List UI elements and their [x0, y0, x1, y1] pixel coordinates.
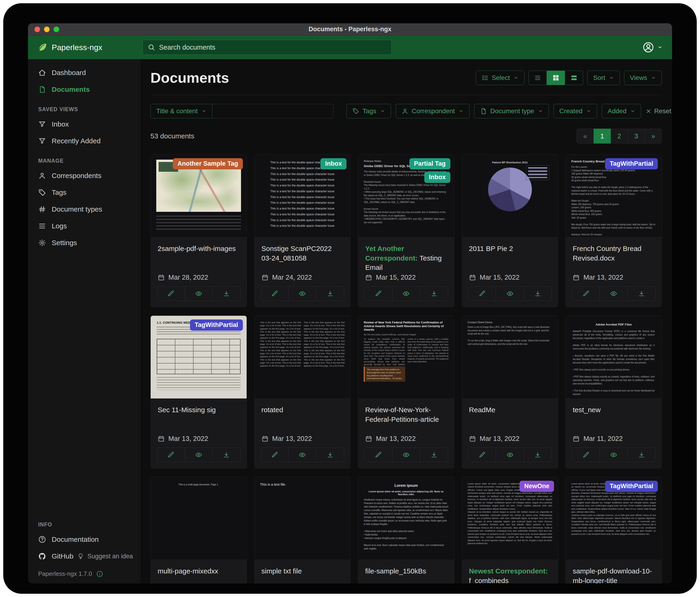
- document-thumbnail[interactable]: This is a multi page document. Page 1.: [151, 477, 247, 560]
- document-thumbnail[interactable]: TagWithPartial: [566, 477, 661, 560]
- document-title[interactable]: Yet Another Correspondent: Testing Email: [365, 244, 447, 272]
- view-button[interactable]: [496, 287, 524, 301]
- edit-button[interactable]: [157, 448, 185, 462]
- download-button[interactable]: [524, 448, 552, 462]
- download-button[interactable]: [316, 287, 344, 301]
- info-icon[interactable]: [96, 570, 103, 577]
- view-button[interactable]: [288, 287, 316, 301]
- document-title[interactable]: Newest Correspondent: f_combineds: [469, 567, 551, 583]
- download-button[interactable]: [627, 448, 655, 462]
- search-input[interactable]: [143, 40, 392, 55]
- view-button[interactable]: [496, 448, 524, 462]
- tag-chip[interactable]: Inbox: [424, 172, 450, 183]
- suggest-an-idea-link[interactable]: Suggest an idea: [75, 548, 135, 564]
- view-button[interactable]: [185, 287, 212, 301]
- sidebar-item-github[interactable]: GitHub: [28, 548, 75, 565]
- document-thumbnail[interactable]: Lorem ipsum Lorem ipsum Lorem ipsum dolo…: [358, 477, 454, 560]
- download-button[interactable]: [627, 287, 655, 301]
- app-brand[interactable]: Paperless-ngx: [37, 42, 143, 52]
- title-content-dropdown[interactable]: Title & content: [150, 104, 212, 118]
- correspondent-link[interactable]: Yet Another Correspondent:: [365, 245, 419, 262]
- tag-chip[interactable]: TagWithPartial: [605, 481, 658, 492]
- sidebar-item-inbox[interactable]: Inbox: [28, 116, 140, 133]
- edit-button[interactable]: [572, 287, 600, 301]
- sidebar-item-documents[interactable]: Documents: [28, 81, 140, 98]
- pagination-page[interactable]: 1: [594, 128, 611, 144]
- view-button[interactable]: [392, 287, 420, 301]
- document-thumbnail[interactable]: TagWithPartial 1.1. CONTINUING MEDICAL E…: [151, 316, 247, 399]
- document-thumbnail[interactable]: Inbox: [254, 154, 350, 237]
- document-thumbnail[interactable]: NewOne: [462, 477, 558, 560]
- document-title[interactable]: test_new: [573, 405, 655, 428]
- download-button[interactable]: [524, 287, 552, 301]
- document-thumbnail[interactable]: Contact Sheet Demo Contact Sheet Demo: [462, 316, 558, 399]
- document-title[interactable]: 2sample-pdf-with-images: [158, 244, 240, 266]
- download-button[interactable]: [420, 448, 448, 462]
- filter-query-input[interactable]: [212, 104, 333, 118]
- tag-chip[interactable]: NewOne: [520, 481, 554, 492]
- minimize-button[interactable]: [44, 27, 50, 32]
- correspondent-link[interactable]: Newest Correspondent:: [469, 567, 548, 575]
- download-button[interactable]: [316, 448, 344, 462]
- view-button[interactable]: [600, 287, 628, 301]
- document-title[interactable]: 2011 BP Pie 2: [469, 244, 551, 266]
- download-button[interactable]: [212, 448, 240, 462]
- sidebar-item-document-types[interactable]: Document types: [28, 201, 140, 218]
- edit-button[interactable]: [468, 287, 496, 301]
- document-thumbnail[interactable]: TagWithPartial: [566, 154, 661, 237]
- view-button[interactable]: [600, 448, 628, 462]
- document-title[interactable]: ReadMe: [469, 405, 551, 428]
- tag-chip[interactable]: TagWithPartial: [605, 158, 658, 169]
- correspondent-filter-button[interactable]: Correspondent: [396, 104, 470, 118]
- zoom-button[interactable]: [54, 27, 59, 32]
- tag-chip[interactable]: Inbox: [320, 158, 347, 169]
- view-detail-button[interactable]: [565, 71, 583, 85]
- edit-button[interactable]: [157, 287, 185, 301]
- sidebar-item-settings[interactable]: Settings: [28, 234, 140, 251]
- pagination-page[interactable]: 3: [628, 128, 645, 144]
- pagination-next[interactable]: »: [645, 128, 662, 144]
- sidebar-item-tags[interactable]: Tags: [28, 184, 140, 201]
- document-title[interactable]: simple txt file: [261, 567, 344, 583]
- sidebar-item-correspondents[interactable]: Correspondents: [28, 167, 140, 184]
- view-grid-button[interactable]: [547, 71, 565, 85]
- reset-filters-button[interactable]: Reset filters: [646, 108, 672, 115]
- sidebar-item-recently-added[interactable]: Recently Added: [28, 133, 140, 149]
- close-button[interactable]: [34, 27, 40, 32]
- document-title[interactable]: multi-page-mixedxx: [158, 567, 240, 583]
- edit-button[interactable]: [261, 448, 289, 462]
- added-filter-button[interactable]: Added: [602, 104, 641, 118]
- pagination-prev[interactable]: «: [577, 128, 594, 144]
- document-title[interactable]: file-sample_150kBs: [365, 567, 447, 583]
- document-title[interactable]: Sec 11-Missing sig: [158, 405, 240, 428]
- document-title[interactable]: sample-pdf-download-10-mb-longer-title: [573, 567, 655, 583]
- document-title[interactable]: French Country Bread Revised.docx: [573, 244, 655, 266]
- document-thumbnail[interactable]: Another Sample Tag: [151, 154, 247, 237]
- document-thumbnail[interactable]: Patient BP Distribution 2011 Patient BP …: [462, 154, 558, 237]
- tag-chip[interactable]: Partial Tag: [409, 158, 450, 169]
- created-filter-button[interactable]: Created: [553, 104, 597, 118]
- edit-button[interactable]: [261, 287, 289, 301]
- edit-button[interactable]: [468, 448, 496, 462]
- document-thumbnail[interactable]: This is the text that appears on the fir…: [254, 316, 350, 399]
- views-button[interactable]: Views: [624, 71, 662, 85]
- tags-filter-button[interactable]: Tags: [347, 104, 391, 118]
- tag-chip[interactable]: TagWithPartial: [190, 319, 243, 331]
- document-thumbnail[interactable]: This is a test file.: [254, 477, 350, 560]
- sidebar-item-dashboard[interactable]: Dashboard: [28, 64, 140, 81]
- select-button[interactable]: Select: [476, 71, 525, 85]
- document-thumbnail[interactable]: Partial Tag Inbox Release Notes: [358, 154, 454, 237]
- download-button[interactable]: [420, 287, 448, 301]
- document-thumbnail[interactable]: Review of New York Federal Petitions for…: [358, 316, 454, 399]
- document-title[interactable]: Sonstige ScanPC2022 03-24_081058: [261, 244, 344, 266]
- edit-button[interactable]: [365, 287, 392, 301]
- view-button[interactable]: [392, 448, 420, 462]
- pagination-page[interactable]: 2: [610, 128, 628, 144]
- edit-button[interactable]: [365, 448, 392, 462]
- view-button[interactable]: [185, 448, 212, 462]
- document-thumbnail[interactable]: Adobe Acrobat PDF Files Adobe Acrobat PD…: [566, 316, 661, 399]
- document-title[interactable]: Review-of-New-York-Federal-Petitions-art…: [365, 405, 447, 428]
- download-button[interactable]: [212, 287, 240, 301]
- sort-button[interactable]: Sort: [587, 71, 620, 85]
- user-menu[interactable]: [642, 41, 663, 53]
